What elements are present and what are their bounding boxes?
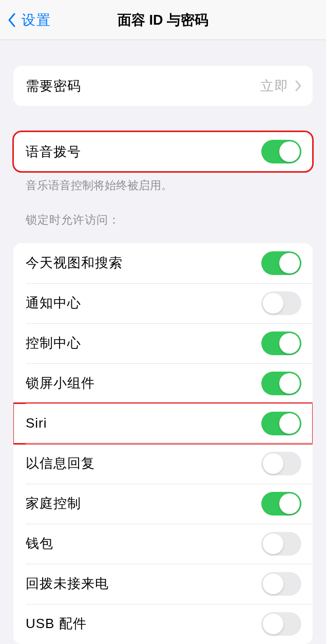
access-row: USB 配件 [13, 604, 313, 644]
voice-dial-label: 语音拨号 [26, 143, 81, 161]
access-toggle[interactable] [261, 251, 301, 275]
access-row-label: 今天视图和搜索 [26, 254, 123, 272]
access-row-label: 以信息回复 [26, 454, 95, 472]
access-toggle[interactable] [261, 612, 301, 636]
access-row: 钱包 [13, 524, 313, 564]
access-row-label: 锁屏小组件 [26, 374, 95, 392]
access-row-label: 家庭控制 [26, 494, 81, 512]
access-toggle[interactable] [261, 532, 301, 556]
access-toggle[interactable] [261, 291, 301, 315]
voice-dial-toggle[interactable] [261, 140, 301, 163]
require-passcode-row[interactable]: 需要密码 立即 [13, 66, 313, 106]
access-toggle[interactable] [261, 452, 301, 475]
require-passcode-value-wrap: 立即 [260, 77, 301, 95]
access-row: 家庭控制 [13, 484, 313, 524]
require-passcode-label: 需要密码 [26, 77, 81, 95]
back-label: 设置 [22, 11, 51, 29]
chevron-right-icon [295, 80, 301, 91]
back-button[interactable]: 设置 [0, 0, 51, 40]
require-passcode-value: 立即 [260, 77, 289, 95]
access-toggle[interactable] [261, 412, 301, 435]
access-row: 控制中心 [13, 323, 313, 363]
access-row-label: 控制中心 [26, 334, 81, 352]
access-row-label: 钱包 [26, 535, 53, 553]
access-toggle[interactable] [261, 572, 301, 596]
access-row: 以信息回复 [13, 444, 313, 484]
access-row-label: 通知中心 [26, 294, 81, 312]
access-row-label: Siri [26, 415, 47, 431]
access-row: 今天视图和搜索 [13, 243, 313, 283]
page-title: 面容 ID 与密码 [118, 11, 208, 29]
access-row-label: USB 配件 [26, 615, 87, 633]
voice-dial-row: 语音拨号 [13, 132, 313, 172]
access-toggle[interactable] [261, 492, 301, 516]
settings-content: 需要密码 立即 语音拨号 音乐语音控制将始终被启用。 锁定时允许访问： 今天视图… [0, 40, 326, 644]
require-passcode-group: 需要密码 立即 [13, 66, 313, 106]
voice-dial-footer: 音乐语音控制将始终被启用。 [0, 172, 326, 194]
access-toggle[interactable] [261, 332, 301, 355]
allow-access-header: 锁定时允许访问： [0, 194, 326, 233]
voice-dial-group: 语音拨号 [13, 132, 313, 172]
access-row: 回拨未接来电 [13, 564, 313, 604]
access-row: 锁屏小组件 [13, 363, 313, 403]
access-toggle[interactable] [261, 372, 301, 395]
navigation-bar: 设置 面容 ID 与密码 [0, 0, 326, 40]
chevron-left-icon [7, 12, 16, 28]
access-row-label: 回拨未接来电 [26, 575, 109, 593]
access-row: Siri [13, 403, 313, 444]
access-row: 通知中心 [13, 283, 313, 323]
allow-access-group: 今天视图和搜索通知中心控制中心锁屏小组件Siri以信息回复家庭控制钱包回拨未接来… [13, 243, 313, 644]
